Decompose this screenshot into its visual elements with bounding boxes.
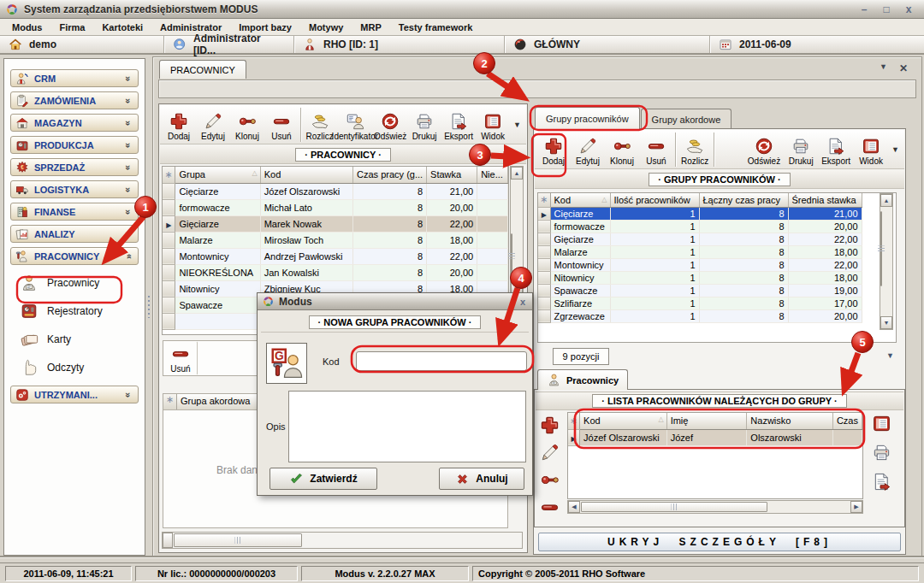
- minimize-button[interactable]: –: [857, 3, 871, 16]
- grid-row[interactable]: Zgrzewacze1820,00: [538, 309, 862, 322]
- grid-cell[interactable]: 20,00: [427, 264, 477, 280]
- row-selector[interactable]: [163, 232, 175, 248]
- grid-cell[interactable]: Malarze: [175, 232, 260, 248]
- row-selector[interactable]: [538, 220, 550, 233]
- grid-row[interactable]: NIEOKREŚLONAJan Kowalski820,00: [163, 264, 508, 280]
- add-icon[interactable]: [540, 415, 560, 435]
- grid-row[interactable]: Szlifiarze1817,00: [538, 297, 862, 309]
- column-header[interactable]: Czas: [832, 413, 862, 429]
- kod-input[interactable]: [356, 351, 527, 371]
- row-selector[interactable]: [163, 248, 175, 264]
- export-icon[interactable]: [872, 472, 891, 492]
- company-segment[interactable]: RHO [ID: 1]: [294, 36, 505, 53]
- grid-row[interactable]: Malarze1818,00: [538, 245, 862, 258]
- grid-cell[interactable]: 8: [699, 271, 788, 284]
- print-icon[interactable]: [872, 443, 891, 462]
- toolbar-button-usuń[interactable]: Usuń: [264, 106, 299, 143]
- edit-icon[interactable]: [540, 443, 560, 462]
- grid-cell[interactable]: 8: [353, 215, 427, 232]
- grid-cell[interactable]: Mirosław Toch: [260, 232, 352, 248]
- grid-row[interactable]: ▶Cięciarze1821,00: [538, 207, 862, 220]
- grid-cell[interactable]: 1: [610, 297, 699, 309]
- toolbar-overflow-icon[interactable]: ▼: [510, 121, 524, 129]
- menu-item-modus[interactable]: Modus: [3, 21, 50, 34]
- sidebar-group-magazyn[interactable]: MAGAZYN»: [10, 114, 139, 132]
- grid-cell[interactable]: 1: [610, 245, 699, 258]
- close-view-icon[interactable]: ✕: [899, 62, 908, 74]
- sidebar-item-odczyty[interactable]: Odczyty: [20, 357, 134, 378]
- grid-cell[interactable]: Montownicy: [175, 248, 260, 264]
- grid-cell[interactable]: 21,00: [788, 207, 862, 220]
- column-header[interactable]: Kod△: [580, 413, 667, 429]
- toolbar-button-eksport[interactable]: Eksport: [441, 106, 476, 143]
- grid-cell[interactable]: formowacze: [175, 199, 260, 215]
- toolbar-button-odśwież[interactable]: Odśwież: [373, 106, 407, 143]
- grid-row[interactable]: ▶Józef OlszarowskiJózefOlszarowski: [568, 429, 862, 445]
- panel-dropdown-icon[interactable]: ▼: [886, 351, 894, 360]
- row-selector[interactable]: [538, 245, 550, 258]
- grid-cell[interactable]: Olszarowski: [747, 429, 833, 445]
- toolbar-button-dodaj[interactable]: Dodaj: [162, 106, 196, 143]
- close-button[interactable]: x: [902, 3, 915, 16]
- grid-row[interactable]: Gięciarze1822,00: [538, 233, 862, 245]
- row-selector[interactable]: [163, 264, 175, 280]
- grid-row[interactable]: formowacze1820,00: [538, 220, 862, 233]
- column-header[interactable]: Ilość pracowników: [610, 193, 699, 207]
- grid-corner[interactable]: ∗: [568, 413, 580, 429]
- toolbar-button-drukuj[interactable]: Drukuj: [407, 106, 441, 143]
- grid-row[interactable]: ▶GięciarzeMarek Nowak822,00: [163, 215, 508, 232]
- row-selector[interactable]: [163, 297, 175, 313]
- grid-cell[interactable]: 20,00: [788, 309, 862, 322]
- grid-cell[interactable]: Jan Kowalski: [260, 264, 352, 280]
- collapse-icon[interactable]: ▼: [880, 62, 887, 71]
- grid-cell[interactable]: 1: [610, 309, 699, 322]
- grid-row[interactable]: MontownicyAndrzej Pawłowski822,00: [163, 248, 508, 264]
- grid-cell[interactable]: 1: [610, 258, 699, 271]
- view-icon[interactable]: [872, 414, 891, 433]
- grid-cell[interactable]: 22,00: [427, 248, 477, 264]
- grid-cell[interactable]: Montownicy: [550, 258, 610, 271]
- clone-icon[interactable]: [540, 470, 560, 490]
- row-selector[interactable]: [538, 233, 550, 245]
- grid-cell[interactable]: Józef Olszarowski: [580, 429, 667, 445]
- grid-cell[interactable]: 21,00: [427, 183, 477, 199]
- grid-cell[interactable]: 8: [699, 207, 788, 220]
- grid-row[interactable]: CięciarzeJózef Olszarowski821,00: [163, 183, 508, 199]
- grid-cell[interactable]: Spawacze: [550, 284, 610, 297]
- toolbar-button-drukuj[interactable]: Drukuj: [784, 131, 818, 168]
- toolbar-button-rozlicz[interactable]: Rozlicz: [678, 131, 712, 168]
- grid-cell[interactable]: Andrzej Pawłowski: [260, 248, 352, 264]
- row-selector[interactable]: [163, 280, 175, 297]
- grid-cell[interactable]: [477, 215, 508, 232]
- opis-textarea[interactable]: [288, 391, 526, 462]
- menu-item-motywy[interactable]: Motywy: [300, 21, 352, 34]
- grid-row[interactable]: formowaczeMichał Lato820,00: [163, 199, 508, 215]
- grid-corner[interactable]: ∗: [538, 193, 550, 207]
- grid-corner[interactable]: ∗: [163, 167, 175, 183]
- menu-item-testy-framework[interactable]: Testy framework: [390, 21, 482, 34]
- date-segment[interactable]: 2011-06-09: [710, 36, 924, 53]
- toolbar-button-odśwież[interactable]: Odśwież: [744, 131, 784, 168]
- sidebar-item-karty[interactable]: Karty: [20, 329, 134, 350]
- scroll-left-icon[interactable]: ◀: [568, 501, 580, 513]
- grid-cell[interactable]: 8: [699, 233, 788, 245]
- grid-cell[interactable]: [477, 183, 508, 199]
- toolbar-button-edytuj[interactable]: Edytuj: [196, 106, 230, 143]
- grid-cell[interactable]: 19,00: [788, 284, 862, 297]
- grid-cell[interactable]: NIEOKREŚLONA: [175, 264, 260, 280]
- department-segment[interactable]: GŁÓWNY: [505, 36, 710, 53]
- column-header[interactable]: Kod: [260, 167, 352, 183]
- grid-cell[interactable]: 17,00: [788, 297, 862, 309]
- workspace-segment[interactable]: demo: [0, 36, 164, 53]
- tab-pracownicy[interactable]: PRACOWNICY: [159, 60, 246, 79]
- grid-cell[interactable]: 22,00: [427, 215, 477, 232]
- sidebar-group-logistyka[interactable]: LOGISTYKA»: [10, 180, 139, 198]
- column-header[interactable]: Nie...: [477, 167, 508, 183]
- grid-cell[interactable]: Cięciarze: [550, 207, 610, 220]
- grid-cell[interactable]: formowacze: [550, 220, 610, 233]
- grid-cell[interactable]: Michał Lato: [260, 199, 352, 215]
- delete-button[interactable]: Usuń: [163, 341, 198, 375]
- grid-cell[interactable]: Marek Nowak: [260, 215, 352, 232]
- toolbar-button-eksport[interactable]: Eksport: [818, 131, 854, 168]
- grid-cell[interactable]: 1: [610, 271, 699, 284]
